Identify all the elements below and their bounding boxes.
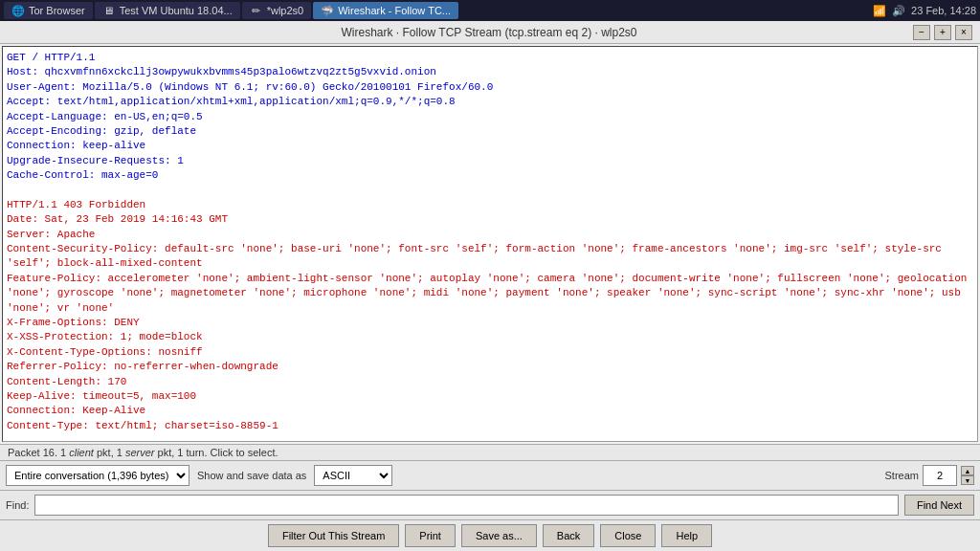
content-line: Connection: Keep-Alive <box>7 404 973 418</box>
content-line: X-XSS-Protection: 1; mode=block <box>7 330 973 344</box>
stream-up-button[interactable]: ▲ <box>961 466 974 475</box>
vm-icon: 🖥 <box>102 4 116 17</box>
content-line: Accept-Encoding: gzip, deflate <box>7 124 973 139</box>
format-select[interactable]: ASCII EBCDIC Hex Dump C Arrays Raw <box>314 465 392 486</box>
find-row: Find: Find Next <box>0 490 980 519</box>
content-line <box>7 433 973 442</box>
taskbar-label-wireshark: Wireshark - Follow TC... <box>338 5 451 16</box>
find-input[interactable] <box>34 495 898 516</box>
taskbar-right: 📶 🔊 23 Feb, 14:28 <box>873 5 976 17</box>
button-row: Filter Out This Stream Print Save as... … <box>0 519 980 551</box>
taskbar-item-wlp[interactable]: ✏ *wlp2s0 <box>242 2 312 19</box>
content-line: Content-Type: text/html; charset=iso-885… <box>7 419 973 433</box>
status-text: Packet 16. 1 client pkt, 1 server pkt, 1… <box>8 447 278 458</box>
close-button[interactable]: Close <box>600 524 656 547</box>
content-line: Accept-Language: en-US,en;q=0.5 <box>7 110 973 124</box>
content-line: Upgrade-Insecure-Requests: 1 <box>7 154 973 168</box>
taskbar-label-wlp: *wlp2s0 <box>267 5 304 16</box>
content-line: X-Content-Type-Options: nosniff <box>7 345 973 360</box>
wireshark-window: Wireshark · Follow TCP Stream (tcp.strea… <box>0 21 980 551</box>
stream-control: Stream 2 ▲ ▼ <box>885 465 974 486</box>
taskbar-label-tor: Tor Browser <box>29 5 85 16</box>
network-icon: 📶 <box>873 5 886 17</box>
wireshark-icon: 🦈 <box>321 4 334 17</box>
save-format-label: Show and save data as <box>197 470 306 481</box>
stream-label: Stream <box>885 470 919 481</box>
taskbar: 🌐 Tor Browser 🖥 Test VM Ubuntu 18.04... … <box>0 0 980 21</box>
window-title: Wireshark · Follow TCP Stream (tcp.strea… <box>65 26 913 39</box>
content-line <box>7 184 973 198</box>
content-line: Referrer-Policy: no-referrer-when-downgr… <box>7 360 973 374</box>
find-next-button[interactable]: Find Next <box>904 495 974 516</box>
tcp-stream-content[interactable]: GET / HTTP/1.1Host: qhcxvmfnn6xckcllj3ow… <box>2 46 978 442</box>
clock: 23 Feb, 14:28 <box>911 5 976 16</box>
content-line: Host: qhcxvmfnn6xckcllj3owpywukxbvmms45p… <box>7 65 973 79</box>
stream-spinner: ▲ ▼ <box>961 466 974 485</box>
window-controls: − + × <box>913 25 972 40</box>
content-line: X-Frame-Options: DENY <box>7 316 973 330</box>
content-line: Date: Sat, 23 Feb 2019 14:16:43 GMT <box>7 212 973 227</box>
content-line: Accept: text/html,application/xhtml+xml,… <box>7 95 973 109</box>
controls-row: Entire conversation (1,396 bytes) Show a… <box>0 460 980 490</box>
content-line: HTTP/1.1 403 Forbidden <box>7 198 973 212</box>
content-line: GET / HTTP/1.1 <box>7 51 973 65</box>
help-button[interactable]: Help <box>661 524 712 547</box>
content-line: Content-Security-Policy: default-src 'no… <box>7 242 973 272</box>
save-as-button[interactable]: Save as... <box>461 524 537 547</box>
stream-input[interactable]: 2 <box>923 465 957 486</box>
content-line: User-Agent: Mozilla/5.0 (Windows NT 6.1;… <box>7 80 973 95</box>
minimize-button[interactable]: − <box>913 25 930 40</box>
status-bar: Packet 16. 1 client pkt, 1 server pkt, 1… <box>0 444 980 460</box>
volume-icon: 🔊 <box>892 5 905 17</box>
back-button[interactable]: Back <box>543 524 594 547</box>
content-line: Feature-Policy: accelerometer 'none'; am… <box>7 272 973 316</box>
close-window-button[interactable]: × <box>955 25 972 40</box>
edit-icon: ✏ <box>250 4 263 17</box>
content-line: Content-Length: 170 <box>7 375 973 389</box>
taskbar-item-wireshark[interactable]: 🦈 Wireshark - Follow TC... <box>313 2 458 19</box>
tor-icon: 🌐 <box>11 4 25 17</box>
conversation-select[interactable]: Entire conversation (1,396 bytes) <box>6 465 189 486</box>
print-button[interactable]: Print <box>405 524 456 547</box>
maximize-button[interactable]: + <box>934 25 951 40</box>
content-line: Cache-Control: max-age=0 <box>7 168 973 183</box>
content-line: Server: Apache <box>7 228 973 242</box>
titlebar: Wireshark · Follow TCP Stream (tcp.strea… <box>0 21 980 44</box>
content-line: Connection: keep-alive <box>7 139 973 153</box>
stream-down-button[interactable]: ▼ <box>961 475 974 485</box>
taskbar-label-vm: Test VM Ubuntu 18.04... <box>120 5 233 16</box>
taskbar-item-tor[interactable]: 🌐 Tor Browser <box>4 2 93 19</box>
filter-out-button[interactable]: Filter Out This Stream <box>268 524 399 547</box>
content-line: Keep-Alive: timeout=5, max=100 <box>7 389 973 404</box>
taskbar-item-vm[interactable]: 🖥 Test VM Ubuntu 18.04... <box>95 2 240 19</box>
find-label: Find: <box>6 499 29 511</box>
